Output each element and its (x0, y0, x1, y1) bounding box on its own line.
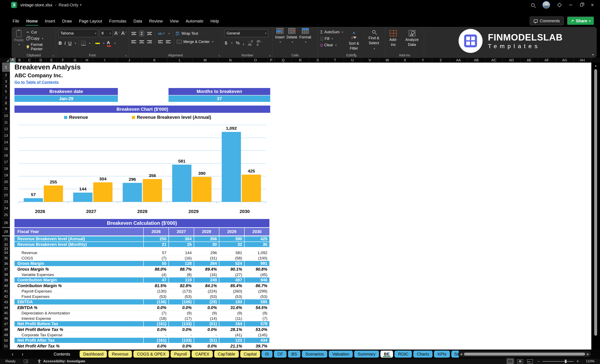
menu-tab-page-layout[interactable]: Page Layout (75, 17, 106, 25)
column-header-W[interactable]: W (379, 58, 396, 63)
align-middle-icon[interactable] (139, 31, 144, 36)
table-cell[interactable]: 0.0% (169, 327, 194, 332)
column-header-O[interactable]: O (243, 58, 268, 63)
table-cell[interactable]: (106) (169, 299, 194, 304)
table-cell[interactable]: 32 (219, 242, 244, 247)
row-header-34[interactable]: 34 (2, 250, 10, 255)
table-cell[interactable]: (31) (194, 255, 219, 261)
sheet-tab-valuation[interactable]: Valuation (329, 351, 353, 358)
align-right-icon[interactable] (147, 40, 152, 43)
zoom-slider-thumb[interactable] (565, 360, 566, 363)
scroll-right-icon[interactable]: ▶ (587, 352, 589, 356)
table-cell[interactable]: 0.0% (194, 327, 219, 332)
table-cell[interactable]: (7) (143, 255, 169, 261)
align-left-icon[interactable] (131, 40, 136, 43)
wrap-text-button[interactable]: abc↩Wrap Text (176, 31, 198, 36)
sheet-tab-charts[interactable]: Charts (413, 351, 432, 358)
paste-button[interactable]: Paste ▾ (14, 29, 24, 53)
menu-tab-view[interactable]: View (166, 17, 182, 25)
sheet-tab-be[interactable]: BE (380, 351, 393, 358)
table-cell[interactable]: (9) (244, 310, 269, 316)
table-cell[interactable]: (7) (143, 310, 169, 316)
column-header-AC[interactable]: AC (485, 58, 503, 63)
column-header-S[interactable]: S (309, 58, 327, 63)
increase-decimal-button[interactable]: ←.0.00 (247, 40, 253, 46)
table-cell[interactable]: 434 (244, 338, 269, 343)
row-header-38[interactable]: 38 (2, 272, 10, 277)
row-header-5[interactable]: 5 (2, 88, 10, 95)
table-cell[interactable]: 123 (219, 338, 244, 343)
breakeven-date-value[interactable]: Jan-29 (14, 95, 118, 102)
menu-tab-file[interactable]: File (9, 17, 23, 25)
table-cell[interactable]: - (143, 332, 169, 337)
column-header-A[interactable]: A (10, 58, 16, 63)
sheet-tab-revenue[interactable]: Revenue (108, 351, 132, 358)
table-cell[interactable]: (53) (143, 294, 169, 299)
column-header-D[interactable]: D (36, 58, 46, 63)
fill-button[interactable]: ↓Fill▾ (320, 36, 343, 41)
table-cell[interactable] (169, 247, 194, 250)
table-cell[interactable]: 39.7% (244, 343, 269, 349)
underline-button[interactable]: U (68, 40, 72, 46)
table-cell[interactable]: (100) (244, 255, 269, 261)
column-header-J[interactable]: J (117, 58, 142, 63)
table-cell[interactable]: 0.0% (194, 343, 219, 349)
column-header-X[interactable]: X (396, 58, 414, 63)
table-cell[interactable]: 578 (244, 321, 269, 326)
table-cell[interactable]: (133) (169, 338, 194, 343)
table-cell[interactable]: (14) (194, 316, 219, 321)
table-cell[interactable]: 581 (219, 250, 244, 255)
row-header-47[interactable]: 47 (2, 321, 10, 327)
table-cell[interactable]: - (169, 332, 194, 337)
row-header-40[interactable]: 40 (2, 283, 10, 289)
table-cell[interactable]: 25 (169, 242, 194, 247)
row-header-39[interactable]: 39 (2, 277, 10, 283)
column-header-AA[interactable]: AA (450, 58, 468, 63)
excel-app-icon[interactable]: X (11, 2, 17, 8)
comma-format-button[interactable]: , (243, 40, 244, 46)
table-cell[interactable]: (41) (219, 332, 244, 337)
scroll-up-icon[interactable]: ▲ (592, 63, 599, 67)
row-header-32[interactable]: 32 (2, 242, 10, 247)
table-cell[interactable]: 50 (143, 261, 169, 266)
row-header-43[interactable]: 43 (2, 299, 10, 305)
sheet-canvas[interactable]: Breakeven Analysis ABC Company Inc. Go t… (10, 63, 591, 350)
table-cell[interactable]: (260) (219, 289, 244, 294)
sheet-tab-kpis[interactable]: KPIs (434, 351, 450, 358)
table-cell[interactable]: 0.0% (143, 327, 169, 332)
premium-icon[interactable] (557, 3, 562, 8)
column-header-AB[interactable]: AB (468, 58, 485, 63)
row-header-23[interactable]: 23 (2, 199, 10, 205)
menu-tab-data[interactable]: Data (130, 17, 146, 25)
table-cell[interactable]: (9) (219, 310, 244, 316)
row-header-10[interactable]: 10 (2, 113, 10, 119)
sheet-tab-capital[interactable]: Capital (240, 351, 260, 358)
align-top-icon[interactable] (131, 32, 136, 35)
column-header-Y[interactable]: Y (414, 58, 432, 63)
row-header-4[interactable]: 4 (2, 85, 10, 88)
sheet-tab-roic[interactable]: ROIC (394, 351, 412, 358)
percent-format-button[interactable]: % (236, 40, 240, 46)
sheet-tab-bs[interactable]: BS (288, 351, 301, 358)
sheet-tab-captable[interactable]: CapTable (214, 351, 239, 358)
table-cell[interactable]: (53) (194, 294, 219, 299)
sheet-tab-summary[interactable]: Summary (354, 351, 379, 358)
table-cell[interactable]: (53) (219, 294, 244, 299)
row-header-11[interactable]: 11 (2, 119, 10, 126)
comments-button[interactable]: Comments (530, 17, 564, 25)
format-cells-button[interactable]: Format▾ (299, 28, 311, 53)
row-header-12[interactable]: 12 (2, 126, 10, 132)
number-dialog-launcher[interactable]: ↘ (269, 54, 271, 57)
table-cell[interactable]: 304 (169, 236, 194, 242)
row-header-1[interactable]: 1 (2, 63, 10, 72)
alignment-dialog-launcher[interactable]: ↘ (218, 54, 220, 57)
table-cell[interactable]: (173) (169, 289, 194, 294)
table-cell[interactable]: (133) (169, 321, 194, 326)
font-dialog-launcher[interactable]: ↘ (125, 54, 127, 57)
column-header-AF[interactable]: AF (538, 58, 556, 63)
row-header-16[interactable]: 16 (2, 152, 10, 159)
analyze-data-button[interactable]: Analyze Data (402, 29, 422, 53)
row-header-8[interactable]: 8 (2, 102, 10, 105)
row-header-37[interactable]: 37 (2, 266, 10, 272)
underline-chevron[interactable]: ▾ (75, 42, 76, 45)
